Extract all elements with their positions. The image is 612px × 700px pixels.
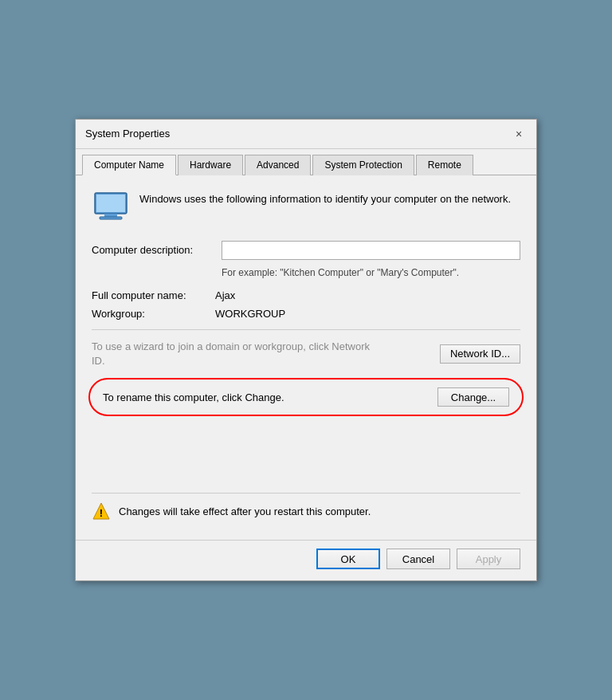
computer-icon — [92, 188, 130, 226]
spacer — [92, 426, 520, 490]
info-row: Windows uses the following information t… — [92, 188, 520, 226]
tab-remote[interactable]: Remote — [416, 155, 473, 175]
rename-highlight-row: To rename this computer, click Change. C… — [88, 378, 524, 416]
network-id-row: To use a wizard to join a domain or work… — [92, 340, 520, 368]
tab-advanced[interactable]: Advanced — [245, 155, 311, 175]
rename-text: To rename this computer, click Change. — [103, 391, 284, 403]
title-bar: System Properties × — [76, 120, 536, 149]
svg-rect-3 — [100, 217, 122, 219]
description-label: Computer description: — [92, 244, 215, 256]
description-row: Computer description: — [92, 241, 520, 260]
full-name-label: Full computer name: — [92, 289, 215, 301]
cancel-button[interactable]: Cancel — [386, 549, 450, 569]
tab-hardware[interactable]: Hardware — [178, 155, 243, 175]
description-input[interactable] — [222, 241, 520, 260]
network-id-text: To use a wizard to join a domain or work… — [92, 340, 379, 368]
svg-text:!: ! — [100, 507, 103, 519]
apply-button[interactable]: Apply — [457, 549, 520, 569]
window-title: System Properties — [85, 128, 170, 140]
tab-computer-name[interactable]: Computer Name — [82, 155, 176, 175]
warning-text: Changes will take effect after you resta… — [119, 505, 371, 517]
close-button[interactable]: × — [511, 126, 527, 142]
info-text: Windows uses the following information t… — [139, 188, 511, 207]
workgroup-row: Workgroup: WORKGROUP — [92, 308, 520, 320]
system-properties-window: System Properties × Computer Name Hardwa… — [75, 119, 537, 581]
tabs-bar: Computer Name Hardware Advanced System P… — [76, 149, 536, 175]
svg-rect-1 — [96, 195, 125, 212]
network-id-button[interactable]: Network ID... — [440, 344, 520, 364]
workgroup-value: WORKGROUP — [215, 308, 285, 320]
description-hint: For example: "Kitchen Computer" or "Mary… — [222, 266, 520, 280]
full-name-row: Full computer name: Ajax — [92, 289, 520, 301]
ok-button[interactable]: OK — [316, 549, 380, 569]
workgroup-label: Workgroup: — [92, 308, 215, 320]
divider-1 — [92, 329, 520, 330]
change-button[interactable]: Change... — [437, 387, 509, 407]
tab-content: Windows uses the following information t… — [76, 175, 536, 540]
full-name-value: Ajax — [215, 289, 235, 301]
warning-row: ! Changes will take effect after you res… — [92, 493, 520, 527]
tab-system-protection[interactable]: System Protection — [312, 155, 414, 175]
warning-icon: ! — [92, 501, 111, 521]
footer: OK Cancel Apply — [76, 540, 536, 580]
svg-rect-2 — [104, 214, 117, 217]
